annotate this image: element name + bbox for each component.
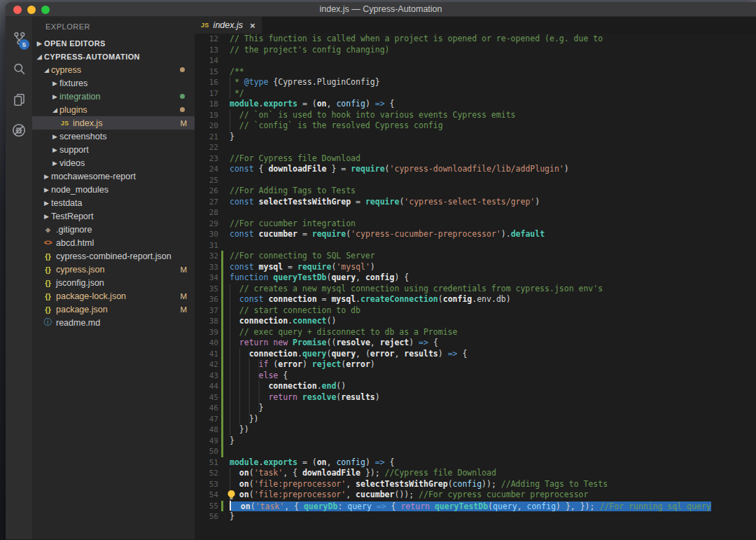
code-text: const cucumber = require('cypress-cucumb… xyxy=(223,229,545,240)
close-tab-icon[interactable]: × xyxy=(250,20,255,31)
line-number: 34 xyxy=(195,272,218,284)
tree-file-package.json[interactable]: {}package.jsonM xyxy=(32,303,195,316)
code-line-50[interactable]: 50 xyxy=(195,446,756,457)
code-line-13[interactable]: 13// the project's config changing) xyxy=(195,45,756,56)
code-line-15[interactable]: 15/** xyxy=(195,67,756,78)
tree-file-jsconfig.json[interactable]: {}jsconfig.json xyxy=(32,276,195,289)
code-line-40[interactable]: 40return new Promise((resolve, reject) =… xyxy=(195,338,756,349)
source-control-icon[interactable]: 5 xyxy=(6,22,32,53)
code-text: module.exports = (on, config) => { xyxy=(223,457,395,469)
code-line-47[interactable]: 47}) xyxy=(195,414,756,425)
tree-file-package-lock.json[interactable]: {}package-lock.jsonM xyxy=(32,289,195,303)
code-text: const connection = mysql.createConnectio… xyxy=(223,294,511,305)
code-line-56[interactable]: 56} xyxy=(195,511,756,522)
tree-file-cypress-combined-report.json[interactable]: {}cypress-combined-report.json xyxy=(32,249,195,263)
tree-folder-cypress[interactable]: ◢cypress xyxy=(32,63,195,76)
code-line-45[interactable]: 45return resolve(results) xyxy=(195,392,756,403)
tree-file-.gitignore[interactable]: ◆.gitignore xyxy=(32,223,195,236)
code-line-25[interactable]: 25 xyxy=(195,175,756,186)
code-line-42[interactable]: 42if (error) reject(error) xyxy=(195,359,756,371)
code-line-53[interactable]: 53on('file:preprocessor', selectTestsWit… xyxy=(195,479,756,490)
code-line-14[interactable]: 14 xyxy=(195,55,756,67)
tree-file-index.js[interactable]: JSindex.jsM xyxy=(32,116,195,130)
code-line-37[interactable]: 37// start connection to db xyxy=(195,305,756,317)
files-icon[interactable] xyxy=(6,84,32,115)
code-area[interactable]: 12// This function is called when a proj… xyxy=(195,34,756,539)
code-line-12[interactable]: 12// This function is called when a proj… xyxy=(195,34,756,45)
code-line-16[interactable]: 16* @type {Cypress.PluginConfig} xyxy=(195,77,756,88)
tree-folder-node_modules[interactable]: ▶node_modules xyxy=(32,183,195,196)
tree-item-label: testdata xyxy=(51,198,82,208)
line-number: 23 xyxy=(195,153,218,165)
code-line-41[interactable]: 41connection.query(query, (error, result… xyxy=(195,349,756,360)
tree-item-label: videos xyxy=(59,158,85,168)
zoom-window-button[interactable] xyxy=(41,6,50,14)
code-line-21[interactable]: 21} xyxy=(195,132,756,143)
code-line-34[interactable]: 34function queryTestDb(query, config) { xyxy=(195,272,756,284)
code-line-18[interactable]: 18module.exports = (on, config) => { xyxy=(195,99,756,110)
indent-guide xyxy=(230,305,239,317)
line-number: 28 xyxy=(195,207,218,219)
json-file-icon: {} xyxy=(42,305,54,314)
code-line-31[interactable]: 31 xyxy=(195,240,756,251)
minimize-window-button[interactable] xyxy=(27,6,36,14)
code-line-23[interactable]: 23//For Cypress file Download xyxy=(195,153,756,165)
code-line-22[interactable]: 22 xyxy=(195,142,756,153)
code-line-49[interactable]: 49} xyxy=(195,436,756,447)
code-text: // exec query + disconnect to db as a Pr… xyxy=(223,327,457,338)
explorer-sidebar: EXPLORER ▶ OPEN EDITORS ◢ CYPRESS-AUTOMA… xyxy=(32,17,195,539)
tree-folder-testdata[interactable]: ▶testdata xyxy=(32,196,195,209)
tree-folder-videos[interactable]: ▶videos xyxy=(32,156,195,169)
code-line-48[interactable]: 48}) xyxy=(195,424,756,436)
tree-item-label: cypress.json xyxy=(56,265,104,275)
code-line-43[interactable]: 43else { xyxy=(195,371,756,382)
tree-folder-screenshots[interactable]: ▶screenshots xyxy=(32,130,195,143)
code-line-55[interactable]: 55 on('task', { queryDb: query => { retu… xyxy=(195,501,756,512)
section-workspace-root[interactable]: ◢ CYPRESS-AUTOMATION xyxy=(32,50,195,63)
tree-file-cypress.json[interactable]: {}cypress.jsonM xyxy=(32,263,195,276)
code-line-19[interactable]: 19// `on` is used to hook into various e… xyxy=(195,110,756,121)
indent-guide xyxy=(230,316,239,327)
tree-folder-integration[interactable]: ▶integration xyxy=(32,90,195,103)
line-number: 47 xyxy=(195,414,218,425)
code-line-29[interactable]: 29//For cucumber integration xyxy=(195,219,756,230)
code-text: //For Adding Tags to Tests xyxy=(223,186,356,197)
json-file-icon: {} xyxy=(42,292,54,300)
tree-folder-TestReport[interactable]: ▶TestReport xyxy=(32,209,195,223)
code-line-27[interactable]: 27const selectTestsWithGrep = require('c… xyxy=(195,197,756,208)
tree-file-abcd.html[interactable]: <>abcd.html xyxy=(32,236,195,249)
code-line-46[interactable]: 46} xyxy=(195,403,756,414)
search-icon[interactable] xyxy=(6,53,32,84)
code-line-26[interactable]: 26//For Adding Tags to Tests xyxy=(195,186,756,197)
code-line-51[interactable]: 51module.exports = (on, config) => { xyxy=(195,457,756,469)
section-open-editors[interactable]: ▶ OPEN EDITORS xyxy=(32,36,195,50)
code-line-44[interactable]: 44connection.end() xyxy=(195,381,756,392)
code-line-30[interactable]: 30const cucumber = require('cypress-cucu… xyxy=(195,229,756,240)
tree-folder-mochawesome-report[interactable]: ▶mochawesome-report xyxy=(32,169,195,183)
code-line-39[interactable]: 39// exec query + disconnect to db as a … xyxy=(195,327,756,338)
code-line-38[interactable]: 38connection.connect() xyxy=(195,316,756,327)
indent-guide xyxy=(230,468,239,479)
code-line-20[interactable]: 20// `config` is the resolved Cypress co… xyxy=(195,120,756,132)
tree-folder-plugins[interactable]: ◢plugins xyxy=(32,103,195,116)
code-text xyxy=(223,55,230,67)
code-line-17[interactable]: 17*/ xyxy=(195,88,756,99)
code-line-28[interactable]: 28 xyxy=(195,207,756,219)
tree-folder-support[interactable]: ▶support xyxy=(32,143,195,156)
code-line-24[interactable]: 24const { downloadFile } = require('cypr… xyxy=(195,164,756,175)
tab-index-js[interactable]: JS index.js × xyxy=(195,17,262,34)
code-line-54[interactable]: 54on('file:preprocessor', cucumber()); /… xyxy=(195,490,756,501)
code-line-36[interactable]: 36const connection = mysql.createConnect… xyxy=(195,294,756,305)
bug-disabled-icon[interactable] xyxy=(6,115,32,146)
code-line-35[interactable]: 35// creates a new mysql connection usin… xyxy=(195,284,756,295)
tree-folder-fixtures[interactable]: ▶fixtures xyxy=(32,76,195,90)
indent-guide xyxy=(230,359,259,371)
code-line-32[interactable]: 32//For connecting to SQL Server xyxy=(195,251,756,262)
chevron-right-icon: ▶ xyxy=(50,133,59,140)
close-window-button[interactable] xyxy=(13,6,22,14)
code-line-33[interactable]: 33const mysql = require('mysql') xyxy=(195,262,756,273)
tree-item-label: package-lock.json xyxy=(56,291,126,301)
code-line-52[interactable]: 52on('task', { downloadFile }); //Cypres… xyxy=(195,468,756,479)
code-text: } xyxy=(223,511,234,522)
tree-file-readme.md[interactable]: ⓘreadme.md xyxy=(32,316,195,329)
